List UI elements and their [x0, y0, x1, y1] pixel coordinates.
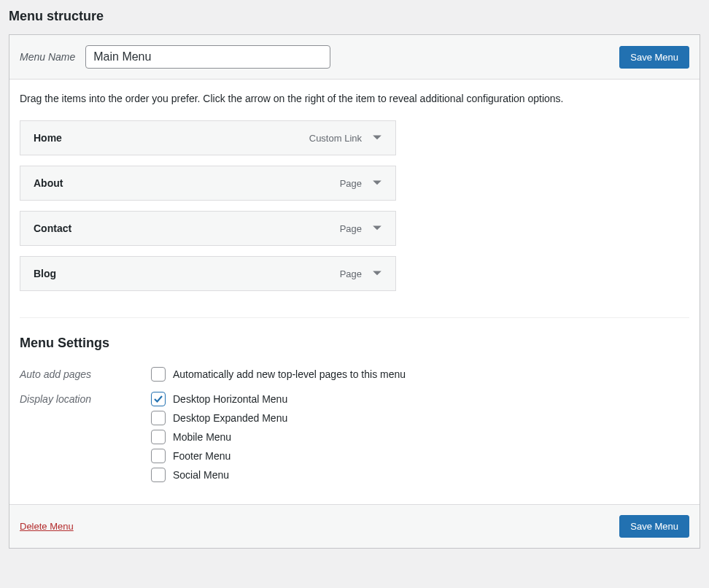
- menu-header: Menu Name Save Menu: [9, 35, 700, 80]
- menu-item-type: Custom Link: [309, 133, 362, 144]
- menu-footer: Delete Menu Save Menu: [9, 504, 700, 548]
- checkbox-label: Desktop Expanded Menu: [173, 412, 287, 424]
- menu-item-controls: Page: [340, 178, 382, 189]
- checkbox-label: Desktop Horizontal Menu: [173, 393, 287, 405]
- display-location-row: Display location Desktop Horizontal Menu…: [20, 392, 689, 482]
- checkbox[interactable]: [151, 367, 166, 382]
- location-option-desktop-expanded[interactable]: Desktop Expanded Menu: [151, 411, 287, 425]
- menu-item[interactable]: About Page: [20, 166, 396, 201]
- menu-body: Drag the items into the order you prefer…: [9, 80, 700, 504]
- menu-item-title: Home: [34, 132, 62, 144]
- menu-editor: Menu Name Save Menu Drag the items into …: [9, 34, 700, 549]
- auto-add-pages-label: Auto add pages: [20, 367, 151, 380]
- save-menu-button-top[interactable]: Save Menu: [619, 46, 689, 69]
- location-option-footer[interactable]: Footer Menu: [151, 449, 287, 463]
- chevron-down-icon[interactable]: [372, 133, 382, 143]
- auto-add-pages-option[interactable]: Automatically add new top-level pages to…: [151, 367, 406, 382]
- menu-item[interactable]: Contact Page: [20, 211, 396, 246]
- menu-settings-title: Menu Settings: [20, 336, 689, 351]
- checkbox[interactable]: [151, 449, 166, 463]
- checkbox[interactable]: [151, 468, 166, 482]
- menu-item-controls: Page: [340, 223, 382, 234]
- menu-item-controls: Page: [340, 268, 382, 279]
- auto-add-pages-row: Auto add pages Automatically add new top…: [20, 367, 689, 382]
- divider: [20, 317, 689, 318]
- checkbox-label: Social Menu: [173, 469, 229, 481]
- checkbox[interactable]: [151, 430, 166, 444]
- chevron-down-icon[interactable]: [372, 223, 382, 233]
- menu-items-list: Home Custom Link About Page: [20, 120, 396, 291]
- chevron-down-icon[interactable]: [372, 268, 382, 279]
- menu-name-label: Menu Name: [20, 51, 75, 63]
- menu-item-title: Blog: [34, 268, 56, 279]
- save-menu-button-bottom[interactable]: Save Menu: [619, 515, 689, 538]
- menu-name-wrap: Menu Name: [20, 45, 330, 69]
- menu-item[interactable]: Home Custom Link: [20, 120, 396, 155]
- menu-item-type: Page: [340, 178, 362, 189]
- menu-item[interactable]: Blog Page: [20, 256, 396, 291]
- chevron-down-icon[interactable]: [372, 178, 382, 188]
- location-option-mobile[interactable]: Mobile Menu: [151, 430, 287, 444]
- location-option-desktop-horizontal[interactable]: Desktop Horizontal Menu: [151, 392, 287, 406]
- checkbox-label: Automatically add new top-level pages to…: [173, 368, 406, 380]
- checkbox-label: Footer Menu: [173, 450, 230, 462]
- location-option-social[interactable]: Social Menu: [151, 468, 287, 482]
- menu-item-type: Page: [340, 223, 362, 234]
- instructions: Drag the items into the order you prefer…: [20, 93, 689, 104]
- page-title: Menu structure: [9, 9, 700, 24]
- display-location-label: Display location: [20, 392, 151, 405]
- menu-item-controls: Custom Link: [309, 133, 382, 144]
- menu-item-title: About: [34, 177, 63, 189]
- menu-item-title: Contact: [34, 223, 71, 234]
- menu-name-input[interactable]: [85, 45, 330, 69]
- checkbox[interactable]: [151, 392, 166, 406]
- checkbox-label: Mobile Menu: [173, 431, 231, 443]
- delete-menu-link[interactable]: Delete Menu: [20, 521, 74, 532]
- menu-item-type: Page: [340, 268, 362, 279]
- checkbox[interactable]: [151, 411, 166, 425]
